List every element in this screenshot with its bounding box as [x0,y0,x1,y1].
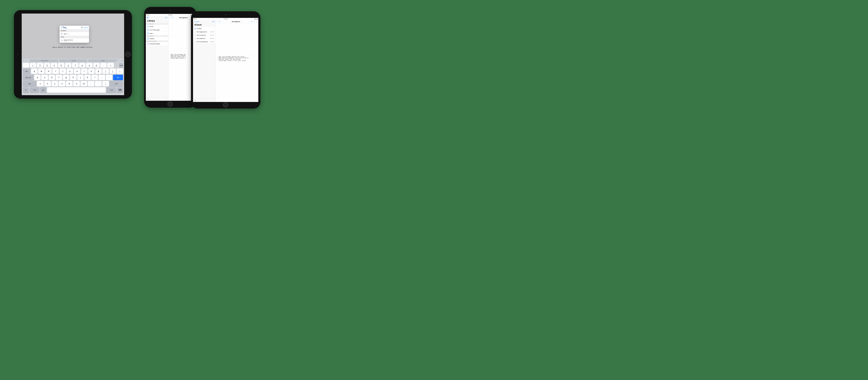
key-[interactable]: "' [106,75,112,80]
key-m[interactable]: m [81,81,87,87]
key-7[interactable]: &7 [72,63,79,68]
editor[interactable]: - Sync files between dev - Open and edit… [168,19,194,101]
go-key[interactable]: Go [113,75,123,80]
key-w[interactable]: w [38,68,44,74]
key-5[interactable]: %5 [58,63,64,68]
sidebar-item[interactable]: Open…› [146,32,168,35]
home-button[interactable] [167,101,173,107]
edit-button[interactable]: Edit [165,17,167,18]
key-q[interactable]: q [31,68,37,74]
key-4[interactable]: $4 [51,63,57,68]
key-f[interactable]: f [56,75,62,80]
key-g[interactable]: g [63,75,69,80]
key-r[interactable]: r [53,68,59,74]
bottom-search-icon[interactable]: 🔍 [147,98,149,100]
home-button[interactable] [223,102,228,108]
key-[interactable]: += [107,63,114,68]
sidebar-item[interactable]: From Other Apps› [146,28,168,32]
key-8[interactable]: *8 [79,63,86,68]
key-y[interactable]: y [67,68,73,74]
key-z[interactable]: z [37,81,43,87]
key-[interactable]: ~` [23,63,29,68]
action-new-file[interactable]: New File [60,32,89,36]
key-o[interactable]: o [88,68,95,74]
key-x[interactable]: x [44,81,51,87]
key-[interactable]: ?/ [102,81,109,87]
key-t[interactable]: t [60,68,66,74]
symbols-key-left[interactable]: .?123 [30,87,39,93]
symbols-key-right[interactable]: .?123 [106,87,116,93]
shift-key-left[interactable]: shift [23,81,36,87]
key-i[interactable]: i [81,68,88,74]
search-input[interactable]: New [63,27,81,28]
key-u[interactable]: u [74,68,80,74]
home-button[interactable] [125,52,130,57]
mic-key[interactable]: 🎤 [40,87,46,93]
fullscreen-icon[interactable]: ⤢ [217,21,218,22]
settings-icon[interactable] [147,17,149,19]
pill-export[interactable]: 🔍 export PDF [30,59,58,62]
share-icon[interactable]: ⇪ [254,21,255,22]
key-d[interactable]: d [49,75,55,80]
key-1[interactable]: !1 [30,63,36,68]
file-row[interactable]: Get Organized.txt3:10 PM [193,30,215,33]
undo-icon[interactable]: ↶ [118,59,119,62]
key-_[interactable]: _- [100,63,107,68]
file-row[interactable]: Get Comfortable.txt3:09 PM [193,40,215,43]
key-h[interactable]: h [70,75,76,80]
folder-row[interactable]: Projects › [193,27,215,30]
compose-icon[interactable]: ✎ [256,21,257,22]
key-0[interactable]: )0 [93,63,100,68]
key-k[interactable]: k [84,75,91,80]
new-doc-icon[interactable]: ⊕ [251,21,252,22]
textsize-icon[interactable]: AA [172,17,173,18]
toolbar-search-icon[interactable]: 🔍 [23,59,24,62]
file-result[interactable]: Newest File.txt iCloud [60,38,89,43]
cancel-button[interactable]: Cancel [84,27,88,28]
key-[interactable]: <, [88,81,94,87]
redo-icon[interactable]: ↷ [120,59,121,62]
key-j[interactable]: j [77,75,84,80]
toolbar-down-icon[interactable]: ﹀ [28,59,29,62]
dismiss-keyboard-key[interactable]: ⌨ [117,87,123,93]
clear-icon[interactable]: ✕ [81,27,83,28]
file-row[interactable]: Get Started.txt3:09 PM [193,37,215,40]
key-p[interactable]: p [95,68,102,74]
key-[interactable]: |\ [117,68,123,74]
key-6[interactable]: ^6 [65,63,71,68]
key-[interactable]: :; [99,75,105,80]
toolbar-up-icon[interactable]: ︿ [25,59,27,62]
bottom-search-icon[interactable]: 🔍 [194,100,196,101]
key-v[interactable]: v [59,81,65,87]
pill-print[interactable]: 🔍 print [88,59,117,62]
key-s[interactable]: s [41,75,48,80]
sidebar-item[interactable]: Recently Modified› [146,42,168,46]
key-c[interactable]: c [52,81,58,87]
key-[interactable]: }] [110,68,116,74]
key-9[interactable]: (9 [86,63,93,68]
pill-notes[interactable]: 🔍 notes [59,59,88,62]
key-b[interactable]: b [66,81,72,87]
key-a[interactable]: a [34,75,41,80]
key-l[interactable]: l [92,75,98,80]
file-row[interactable]: Get Focused.txt3:10 PM [193,33,215,37]
delete-key[interactable]: delete [119,63,123,68]
key-[interactable]: >. [95,81,101,87]
key-[interactable]: {[ [102,68,109,74]
command-icon[interactable]: ⌘ [122,59,123,62]
key-3[interactable]: #3 [44,63,50,68]
key-n[interactable]: n [73,81,80,87]
key-2[interactable]: @2 [37,63,43,68]
sidebar-item[interactable]: Projects› [146,37,168,40]
sidebar-item[interactable]: iCloud› [146,25,168,28]
edit-button[interactable]: Edit [212,21,214,22]
tab-key[interactable]: tab [23,68,30,74]
key-e[interactable]: e [45,68,52,74]
bottom-sort-icon[interactable]: ↓↑ [166,98,167,100]
shift-key-right[interactable]: shift [110,81,123,87]
fullscreen-icon[interactable]: ⤢ [169,17,170,18]
emoji-key[interactable]: ☺ [23,87,29,93]
bottom-sort-icon[interactable]: ↓↑ [213,100,214,101]
capslock-key[interactable]: caps lock [23,75,33,80]
editor[interactable]: - Sync files between devices with iCloud… [216,23,258,102]
